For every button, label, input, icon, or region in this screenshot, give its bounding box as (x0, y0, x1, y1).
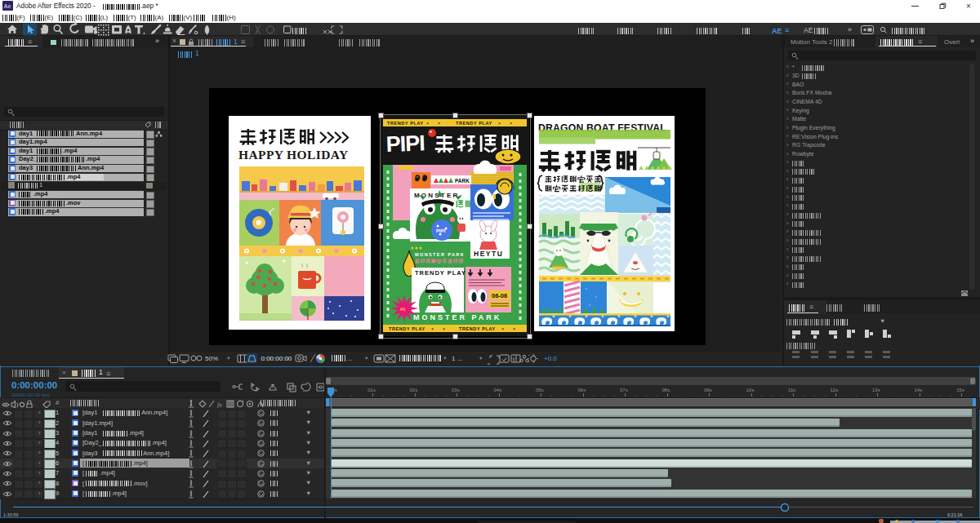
svg-text:HAPPY HOLIDAY: HAPPY HOLIDAY (238, 148, 349, 162)
